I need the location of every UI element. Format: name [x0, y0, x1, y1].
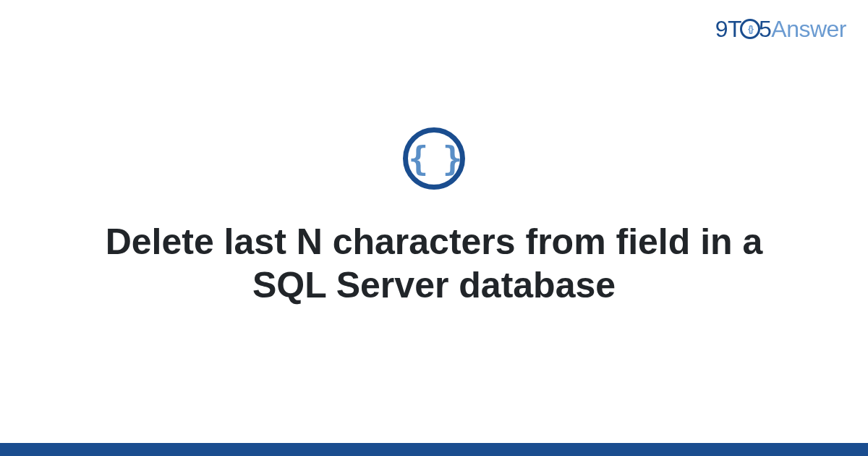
category-icon: { }: [403, 127, 465, 190]
bottom-accent-bar: [0, 443, 868, 456]
main-content: { } Delete last N characters from field …: [0, 0, 868, 456]
code-braces-icon: { }: [408, 142, 459, 175]
question-title: Delete last N characters from field in a…: [72, 220, 796, 307]
